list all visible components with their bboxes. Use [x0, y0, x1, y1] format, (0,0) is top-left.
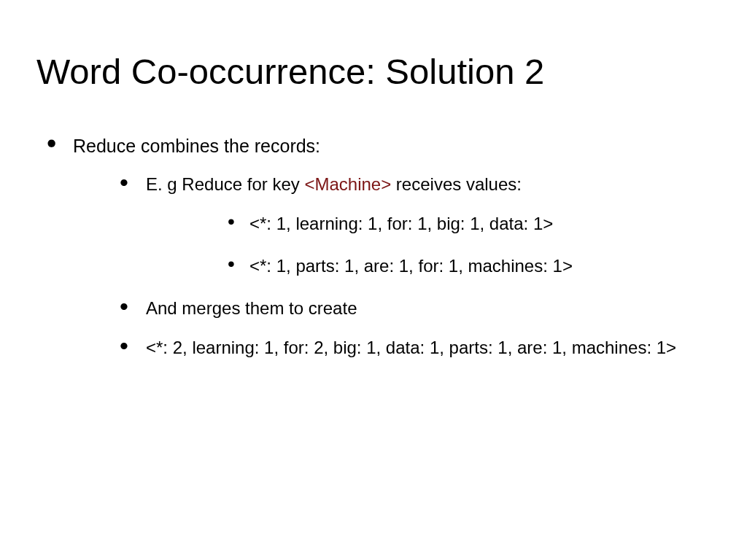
l2a-suffix: receives values:: [391, 174, 522, 194]
bullet-l2-example: E. g Reduce for key <Machine> receives v…: [109, 174, 711, 276]
bullet-list-l2: E. g Reduce for key <Machine> receives v…: [73, 174, 711, 358]
bullet-l3-value1: <*: 1, learning: 1, for: 1, big: 1, data…: [225, 214, 711, 234]
l2a-prefix: E. g Reduce for key: [146, 174, 304, 194]
slide-title: Word Co-occurrence: Solution 2: [36, 51, 711, 92]
bullet-list-l1: Reduce combines the records: E. g Reduce…: [36, 136, 711, 358]
bullet-l1-text: Reduce combines the records:: [73, 136, 320, 156]
bullet-l2-result: <*: 2, learning: 1, for: 2, big: 1, data…: [109, 338, 711, 358]
bullet-l1: Reduce combines the records: E. g Reduce…: [36, 136, 711, 358]
bullet-list-l3: <*: 1, learning: 1, for: 1, big: 1, data…: [146, 214, 711, 276]
slide: Word Co-occurrence: Solution 2 Reduce co…: [0, 0, 747, 560]
bullet-l2-merge: And merges them to create: [109, 298, 711, 319]
l2a-keyword: <Machine>: [304, 174, 391, 194]
bullet-l3-value2: <*: 1, parts: 1, are: 1, for: 1, machine…: [225, 256, 711, 276]
